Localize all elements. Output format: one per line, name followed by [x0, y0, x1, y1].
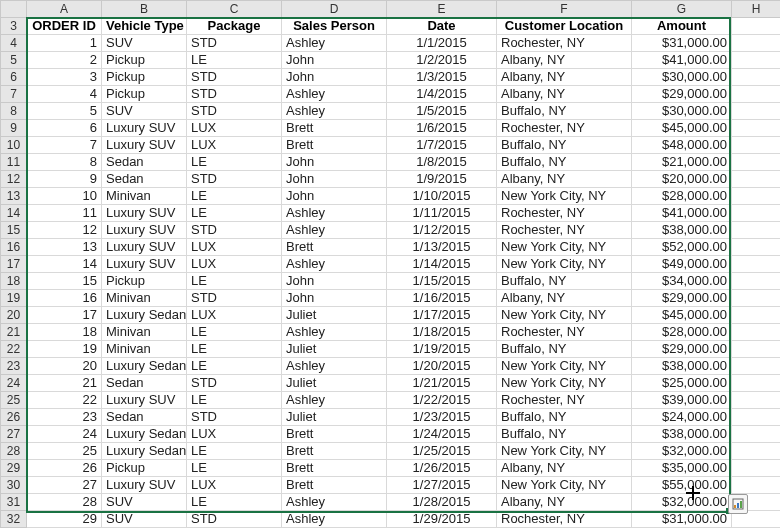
cell-B20[interactable]: Luxury Sedan: [102, 307, 187, 324]
column-header-row[interactable]: ABCDEFGH: [1, 1, 781, 18]
row-26[interactable]: 2623SedanSTDJuliet1/23/2015Buffalo, NY$2…: [1, 409, 781, 426]
row-31[interactable]: 3128SUVLEAshley1/28/2015Albany, NY$32,00…: [1, 494, 781, 511]
cell-H5[interactable]: [732, 52, 781, 69]
cell-C9[interactable]: LUX: [187, 120, 282, 137]
cell-A18[interactable]: 15: [27, 273, 102, 290]
row-header-21[interactable]: 21: [1, 324, 27, 341]
cell-E7[interactable]: 1/4/2015: [387, 86, 497, 103]
cell-F20[interactable]: New York City, NY: [497, 307, 632, 324]
row-header-19[interactable]: 19: [1, 290, 27, 307]
cell-A23[interactable]: 20: [27, 358, 102, 375]
row-12[interactable]: 129SedanSTDJohn1/9/2015Albany, NY$20,000…: [1, 171, 781, 188]
cell-A27[interactable]: 24: [27, 426, 102, 443]
cell-D14[interactable]: Ashley: [282, 205, 387, 222]
row-30[interactable]: 3027Luxury SUVLUXBrett1/27/2015New York …: [1, 477, 781, 494]
cell-G12[interactable]: $20,000.00: [632, 171, 732, 188]
cell-G14[interactable]: $41,000.00: [632, 205, 732, 222]
row-header-7[interactable]: 7: [1, 86, 27, 103]
cell-G24[interactable]: $25,000.00: [632, 375, 732, 392]
cell-C7[interactable]: STD: [187, 86, 282, 103]
row-header-9[interactable]: 9: [1, 120, 27, 137]
cell-D5[interactable]: John: [282, 52, 387, 69]
cell-C24[interactable]: STD: [187, 375, 282, 392]
cell-B25[interactable]: Luxury SUV: [102, 392, 187, 409]
cell-H7[interactable]: [732, 86, 781, 103]
cell-F28[interactable]: New York City, NY: [497, 443, 632, 460]
row-15[interactable]: 1512Luxury SUVSTDAshley1/12/2015Rocheste…: [1, 222, 781, 239]
cell-B6[interactable]: Pickup: [102, 69, 187, 86]
cell-C22[interactable]: LE: [187, 341, 282, 358]
cell-C26[interactable]: STD: [187, 409, 282, 426]
cell-H13[interactable]: [732, 188, 781, 205]
cell-E16[interactable]: 1/13/2015: [387, 239, 497, 256]
cell-H9[interactable]: [732, 120, 781, 137]
cell-A19[interactable]: 16: [27, 290, 102, 307]
cell-C8[interactable]: STD: [187, 103, 282, 120]
cell-C32[interactable]: STD: [187, 511, 282, 528]
cell-B3[interactable]: Vehicle Type: [102, 18, 187, 35]
cell-B23[interactable]: Luxury Sedan: [102, 358, 187, 375]
row-21[interactable]: 2118MinivanLEAshley1/18/2015Rochester, N…: [1, 324, 781, 341]
cell-B32[interactable]: SUV: [102, 511, 187, 528]
row-header-8[interactable]: 8: [1, 103, 27, 120]
cell-H21[interactable]: [732, 324, 781, 341]
row-23[interactable]: 2320Luxury SedanLEAshley1/20/2015New Yor…: [1, 358, 781, 375]
row-header-31[interactable]: 31: [1, 494, 27, 511]
cell-C28[interactable]: LE: [187, 443, 282, 460]
cell-E30[interactable]: 1/27/2015: [387, 477, 497, 494]
cell-H11[interactable]: [732, 154, 781, 171]
grid-table[interactable]: ABCDEFGH 3ORDER IDVehicle TypePackageSal…: [0, 0, 780, 528]
row-header-11[interactable]: 11: [1, 154, 27, 171]
cell-C4[interactable]: STD: [187, 35, 282, 52]
cell-H10[interactable]: [732, 137, 781, 154]
cell-C21[interactable]: LE: [187, 324, 282, 341]
row-header-13[interactable]: 13: [1, 188, 27, 205]
row-19[interactable]: 1916MinivanSTDJohn1/16/2015Albany, NY$29…: [1, 290, 781, 307]
cell-E8[interactable]: 1/5/2015: [387, 103, 497, 120]
cell-D30[interactable]: Brett: [282, 477, 387, 494]
cell-A5[interactable]: 2: [27, 52, 102, 69]
cell-E19[interactable]: 1/16/2015: [387, 290, 497, 307]
cell-G29[interactable]: $35,000.00: [632, 460, 732, 477]
cell-G9[interactable]: $45,000.00: [632, 120, 732, 137]
cell-F24[interactable]: New York City, NY: [497, 375, 632, 392]
cell-H6[interactable]: [732, 69, 781, 86]
cell-B16[interactable]: Luxury SUV: [102, 239, 187, 256]
cell-G20[interactable]: $45,000.00: [632, 307, 732, 324]
cell-C17[interactable]: LUX: [187, 256, 282, 273]
row-header-5[interactable]: 5: [1, 52, 27, 69]
cell-E11[interactable]: 1/8/2015: [387, 154, 497, 171]
cell-G13[interactable]: $28,000.00: [632, 188, 732, 205]
cell-A25[interactable]: 22: [27, 392, 102, 409]
cell-B10[interactable]: Luxury SUV: [102, 137, 187, 154]
cell-C20[interactable]: LUX: [187, 307, 282, 324]
cell-H29[interactable]: [732, 460, 781, 477]
cell-B28[interactable]: Luxury Sedan: [102, 443, 187, 460]
cell-D10[interactable]: Brett: [282, 137, 387, 154]
cell-B18[interactable]: Pickup: [102, 273, 187, 290]
cell-F31[interactable]: Albany, NY: [497, 494, 632, 511]
column-header-E[interactable]: E: [387, 1, 497, 18]
cell-F30[interactable]: New York City, NY: [497, 477, 632, 494]
cell-A14[interactable]: 11: [27, 205, 102, 222]
cell-A15[interactable]: 12: [27, 222, 102, 239]
cell-D29[interactable]: Brett: [282, 460, 387, 477]
cell-E4[interactable]: 1/1/2015: [387, 35, 497, 52]
cell-A28[interactable]: 25: [27, 443, 102, 460]
cell-A31[interactable]: 28: [27, 494, 102, 511]
row-header-22[interactable]: 22: [1, 341, 27, 358]
row-header-30[interactable]: 30: [1, 477, 27, 494]
column-header-G[interactable]: G: [632, 1, 732, 18]
cell-F19[interactable]: Albany, NY: [497, 290, 632, 307]
cell-G30[interactable]: $55,000.00: [632, 477, 732, 494]
cell-E10[interactable]: 1/7/2015: [387, 137, 497, 154]
row-27[interactable]: 2724Luxury SedanLUXBrett1/24/2015Buffalo…: [1, 426, 781, 443]
cell-H3[interactable]: [732, 18, 781, 35]
cell-G26[interactable]: $24,000.00: [632, 409, 732, 426]
cell-H17[interactable]: [732, 256, 781, 273]
cell-D7[interactable]: Ashley: [282, 86, 387, 103]
cell-A9[interactable]: 6: [27, 120, 102, 137]
cell-G21[interactable]: $28,000.00: [632, 324, 732, 341]
column-header-H[interactable]: H: [732, 1, 781, 18]
cell-H22[interactable]: [732, 341, 781, 358]
